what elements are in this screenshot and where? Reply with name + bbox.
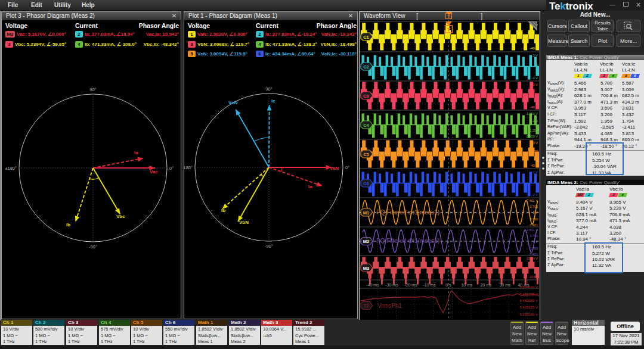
svg-text:40 V: 40 V bbox=[531, 141, 538, 145]
svg-text:1.150: 1.150 bbox=[530, 119, 538, 123]
svg-text:0°: 0° bbox=[169, 166, 174, 171]
svg-text:C2: C2 bbox=[363, 64, 369, 70]
svg-text:5.426123 V: 5.426123 V bbox=[519, 306, 538, 309]
svg-text:7.401 V: 7.401 V bbox=[527, 199, 538, 202]
svg-text:5.533632 V: 5.533632 V bbox=[519, 285, 538, 289]
svg-text:PQ:Filtered ch1(meas1): PQ:Filtered ch1(meas1) bbox=[376, 209, 439, 216]
svg-text:3.700: 3.700 bbox=[530, 234, 538, 238]
svg-text:-40 V: -40 V bbox=[530, 105, 538, 109]
svg-text:0 V: 0 V bbox=[533, 240, 538, 244]
svg-text:30 ms: 30 ms bbox=[499, 283, 511, 287]
svg-text:-7.401: -7.401 bbox=[528, 253, 538, 256]
svg-text:-90°: -90° bbox=[265, 244, 273, 249]
svg-text:-1: -1 bbox=[535, 63, 538, 67]
svg-text:±180°: ±180° bbox=[5, 166, 17, 171]
svg-text:0°: 0° bbox=[345, 165, 349, 170]
svg-text:10.44 V: 10.44 V bbox=[527, 257, 538, 260]
svg-text:90°: 90° bbox=[265, 86, 272, 92]
svg-text:C6: C6 bbox=[363, 181, 369, 186]
svg-text:PQ:Filtered ch1(meas1): PQ:Filtered ch1(meas1) bbox=[376, 238, 439, 244]
svg-text:M2: M2 bbox=[363, 239, 369, 244]
svg-text:Vbc: Vbc bbox=[116, 214, 125, 219]
svg-text:20 ms: 20 ms bbox=[480, 283, 492, 287]
svg-text:T2: T2 bbox=[364, 303, 369, 309]
svg-text:5.459959 V: 5.459959 V bbox=[519, 299, 538, 303]
svg-text:C3: C3 bbox=[363, 94, 369, 99]
svg-text:-10 ms: -10 ms bbox=[423, 283, 436, 287]
svg-text:VaN: VaN bbox=[330, 166, 339, 171]
svg-text:M3: M3 bbox=[363, 266, 369, 271]
svg-text:VrmsPh1: VrmsPh1 bbox=[377, 303, 402, 309]
svg-text:Ic: Ic bbox=[271, 98, 275, 104]
svg-text:-1.150: -1.150 bbox=[528, 129, 538, 132]
svg-text:T: T bbox=[447, 27, 451, 33]
svg-text:C5: C5 bbox=[363, 152, 369, 157]
svg-text:-40 ms: -40 ms bbox=[366, 283, 379, 287]
svg-text:-20.88: -20.88 bbox=[528, 275, 538, 279]
svg-text:C1: C1 bbox=[363, 35, 369, 40]
svg-text:-20 ms: -20 ms bbox=[404, 283, 417, 287]
svg-text:Ia: Ia bbox=[134, 150, 138, 155]
svg-text:-7.401: -7.401 bbox=[528, 223, 538, 227]
svg-text:3.700: 3.700 bbox=[530, 247, 538, 250]
svg-text:Vac: Vac bbox=[150, 169, 158, 174]
svg-text:-2 V: -2 V bbox=[532, 193, 538, 197]
svg-text:VbN: VbN bbox=[239, 220, 249, 225]
svg-text:-2 V: -2 V bbox=[532, 76, 538, 80]
svg-text:-30 ms: -30 ms bbox=[385, 283, 398, 287]
svg-text:7.401 V: 7.401 V bbox=[527, 228, 538, 232]
svg-text:0 V: 0 V bbox=[533, 211, 538, 214]
svg-text:-2.300 V: -2.300 V bbox=[525, 135, 538, 138]
svg-text:M1: M1 bbox=[363, 210, 369, 216]
svg-text:5.491796 V: 5.491796 V bbox=[519, 292, 538, 296]
svg-text:3.700: 3.700 bbox=[530, 205, 538, 208]
svg-text:40 V: 40 V bbox=[531, 83, 538, 86]
svg-text:10 ms: 10 ms bbox=[461, 283, 473, 287]
svg-text:20: 20 bbox=[534, 149, 538, 153]
svg-text:-40 V: -40 V bbox=[530, 164, 538, 167]
svg-text:2 V: 2 V bbox=[533, 170, 538, 174]
svg-text:2.300 V: 2.300 V bbox=[527, 112, 538, 116]
svg-text:VcN: VcN bbox=[228, 100, 238, 105]
svg-text:-90°: -90° bbox=[89, 244, 97, 250]
svg-text:C4: C4 bbox=[363, 123, 369, 128]
svg-text:3.700: 3.700 bbox=[530, 217, 538, 221]
svg-text:2 V: 2 V bbox=[533, 54, 538, 57]
svg-text:0 s: 0 s bbox=[445, 283, 451, 287]
svg-text:90°: 90° bbox=[89, 87, 96, 92]
svg-text:-40 V: -40 V bbox=[530, 46, 538, 50]
svg-text:±180°: ±180° bbox=[184, 165, 193, 170]
svg-text:Ib: Ib bbox=[66, 222, 70, 228]
svg-text:Ia: Ia bbox=[308, 184, 312, 189]
svg-text:5.296286 V: 5.296286 V bbox=[519, 313, 538, 316]
svg-text:Ib: Ib bbox=[221, 208, 225, 213]
